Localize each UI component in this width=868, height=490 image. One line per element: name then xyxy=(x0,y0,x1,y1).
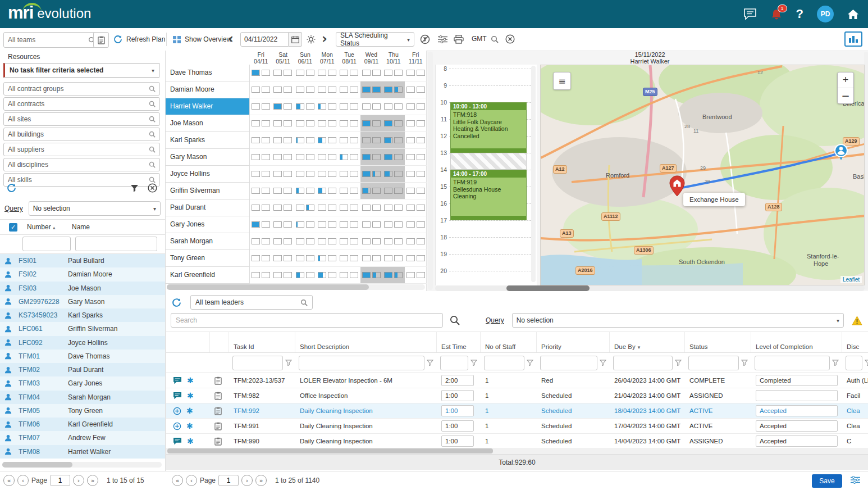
resource-row[interactable]: LFC092Joyce Hollins xyxy=(0,336,165,350)
scheduler-vscrollbar[interactable] xyxy=(428,52,433,290)
resource-clipboard-icon[interactable] xyxy=(93,32,109,48)
column-filter-input[interactable] xyxy=(540,356,597,370)
plan-cell[interactable] xyxy=(360,267,382,283)
date-input[interactable] xyxy=(240,32,289,47)
comment-icon[interactable] xyxy=(173,376,182,384)
plan-cell[interactable] xyxy=(360,199,382,216)
tasks-settings-icon[interactable] xyxy=(851,476,860,484)
last-page-button[interactable]: » xyxy=(255,475,267,486)
schedule-bar[interactable] xyxy=(373,87,380,92)
plan-cell[interactable] xyxy=(382,65,404,81)
task-search-input[interactable] xyxy=(171,313,443,328)
column-header-level-of-completion[interactable]: Level of Completion xyxy=(751,332,842,352)
plan-cell[interactable] xyxy=(405,183,427,199)
teams-filter-input[interactable]: All teams xyxy=(3,32,100,48)
task-row[interactable]: ✱TFM:2023-13/537LOLER Elevator Inspectio… xyxy=(166,373,868,388)
column-header-task-id[interactable]: Task Id xyxy=(229,332,295,352)
plan-cell[interactable] xyxy=(316,132,338,148)
schedule-bar[interactable] xyxy=(395,87,398,92)
funnel-icon[interactable] xyxy=(675,360,682,366)
column-filter-input[interactable] xyxy=(484,356,524,370)
task-row[interactable]: ✱TFM:982Office Inspection1:001Scheduled2… xyxy=(166,388,868,403)
est-time-input[interactable]: 1:00 xyxy=(441,435,474,447)
plan-cell[interactable] xyxy=(405,199,427,216)
plan-cell[interactable] xyxy=(360,233,382,249)
schedule-bar[interactable] xyxy=(274,104,281,109)
plan-cell[interactable] xyxy=(272,81,294,98)
map-attribution[interactable]: Leaflet xyxy=(840,276,862,283)
resource-row[interactable]: FSI02Damian Moore xyxy=(0,267,165,281)
filter-all-disciplines[interactable]: All disciplines xyxy=(3,158,160,171)
plan-cell[interactable] xyxy=(272,166,294,182)
plan-cell[interactable] xyxy=(294,166,316,182)
exclude-filter-icon[interactable] xyxy=(420,34,430,44)
schedule-bar[interactable] xyxy=(363,121,370,126)
column-header-name[interactable]: Name xyxy=(72,223,90,231)
plan-cell[interactable] xyxy=(382,115,404,131)
plan-cell[interactable] xyxy=(382,183,404,199)
plan-cell[interactable] xyxy=(272,65,294,81)
completion-input[interactable]: Accepted xyxy=(756,435,838,447)
filter-all-sites[interactable]: All sites xyxy=(3,112,160,126)
schedule-bar[interactable] xyxy=(373,273,377,278)
calendar-event[interactable]: 10:00 - 13:00TFM:918Little Folk DaycareH… xyxy=(450,102,527,153)
clipboard-icon[interactable] xyxy=(214,422,225,430)
clear-filter-icon[interactable] xyxy=(148,183,157,193)
plan-cell[interactable] xyxy=(338,233,360,249)
day-view-vscrollbar[interactable] xyxy=(531,66,536,282)
notifications-bell-icon[interactable]: 1 xyxy=(770,8,783,20)
plan-cell[interactable] xyxy=(316,98,338,115)
task-row[interactable]: ✱TFM:992Daily Cleaning Inspection1:001Sc… xyxy=(166,403,868,419)
plan-cell[interactable] xyxy=(250,183,272,199)
plan-cell[interactable] xyxy=(405,132,427,148)
plan-cell[interactable] xyxy=(405,250,427,266)
funnel-icon[interactable] xyxy=(427,360,433,366)
resource-row[interactable]: KS73459023Karl Sparks xyxy=(0,308,165,322)
chat-icon[interactable] xyxy=(743,8,757,20)
scrollbar-thumb[interactable] xyxy=(167,448,493,453)
plan-cell[interactable] xyxy=(316,115,338,131)
scheduler-resource[interactable]: Karl Sparks xyxy=(166,132,250,149)
column-filter-input[interactable] xyxy=(613,356,673,370)
filter-all-contract-groups[interactable]: All contract groups xyxy=(3,82,160,96)
calendar-icon[interactable] xyxy=(289,32,302,47)
plan-cell[interactable] xyxy=(250,199,272,216)
resource-row[interactable]: FSI01Paul Bullard xyxy=(0,254,165,267)
page-input[interactable] xyxy=(218,475,239,486)
plan-cell[interactable] xyxy=(338,132,360,148)
resource-row[interactable]: TFM05Tony Green xyxy=(0,404,165,418)
scheduler-hscrollbar[interactable] xyxy=(167,284,425,290)
schedule-bar[interactable] xyxy=(307,205,309,210)
comment-icon[interactable] xyxy=(173,437,182,445)
plan-cell[interactable] xyxy=(382,199,404,216)
column-header-status[interactable]: Status xyxy=(685,332,751,352)
next-page-button[interactable]: › xyxy=(241,475,253,486)
plan-cell[interactable] xyxy=(272,267,294,283)
plan-cell[interactable] xyxy=(316,65,338,81)
number-filter-input[interactable] xyxy=(22,237,71,251)
schedule-bar[interactable] xyxy=(395,273,398,278)
asterisk-icon[interactable]: ✱ xyxy=(187,437,194,445)
timezone-label[interactable]: GMT xyxy=(472,35,487,43)
schedule-bar[interactable] xyxy=(363,87,370,92)
column-header-disc[interactable]: Disc xyxy=(842,332,868,352)
plan-cell[interactable] xyxy=(316,216,338,233)
plan-cell[interactable] xyxy=(250,115,272,131)
plan-cell[interactable] xyxy=(316,81,338,98)
column-filter-input[interactable] xyxy=(755,356,830,370)
resource-row[interactable]: GM29976228Gary Mason xyxy=(0,295,165,308)
column-filter-input[interactable] xyxy=(440,356,468,370)
est-time-input[interactable]: 1:00 xyxy=(441,405,474,416)
resource-row[interactable]: FSI03Joe Mason xyxy=(0,282,165,295)
asterisk-icon[interactable]: ✱ xyxy=(187,392,194,400)
plan-cell[interactable] xyxy=(250,216,272,233)
plan-cell[interactable] xyxy=(382,149,404,165)
task-filter-select[interactable]: No task filter criteria selected▾ xyxy=(3,63,159,78)
plan-cell[interactable] xyxy=(338,98,360,115)
funnel-icon[interactable] xyxy=(741,360,748,366)
schedule-bar[interactable] xyxy=(373,171,375,176)
plan-cell[interactable] xyxy=(250,250,272,266)
schedule-bar[interactable] xyxy=(318,104,321,109)
save-button[interactable]: Save xyxy=(812,474,842,488)
column-filter-input[interactable] xyxy=(688,356,739,370)
